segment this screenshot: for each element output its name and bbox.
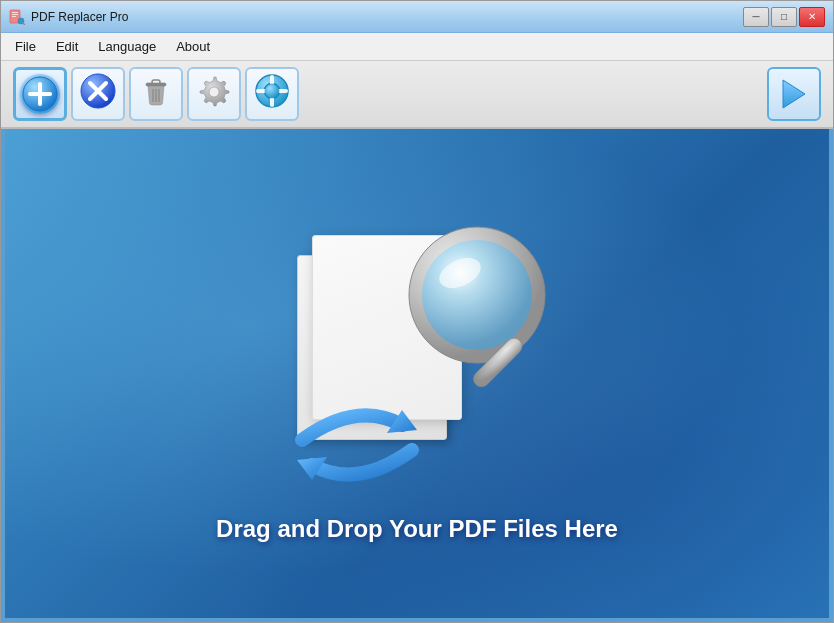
drop-zone[interactable]: Drag and Drop Your PDF Files Here (1, 129, 833, 622)
magnifier-icon (392, 215, 567, 390)
gear-icon (196, 73, 232, 116)
svg-marker-25 (783, 80, 805, 108)
app-illustration (277, 205, 557, 485)
window-title: PDF Replacer Pro (31, 10, 128, 24)
menu-about[interactable]: About (166, 35, 220, 58)
app-icon (9, 9, 25, 25)
menu-edit[interactable]: Edit (46, 35, 88, 58)
lifebuoy-icon (254, 73, 290, 116)
svg-rect-3 (12, 16, 16, 17)
toolbar (1, 61, 833, 129)
refresh-arrows (287, 395, 427, 495)
main-window: PDF Replacer Pro ─ □ ✕ File Edit Languag… (0, 0, 834, 623)
title-bar: PDF Replacer Pro ─ □ ✕ (1, 1, 833, 33)
drop-zone-content: Drag and Drop Your PDF Files Here (216, 205, 618, 543)
settings-button[interactable] (187, 67, 241, 121)
drop-zone-label: Drag and Drop Your PDF Files Here (216, 515, 618, 543)
help-button[interactable] (245, 67, 299, 121)
add-icon (20, 74, 60, 114)
maximize-button[interactable]: □ (771, 7, 797, 27)
minimize-button[interactable]: ─ (743, 7, 769, 27)
close-button[interactable]: ✕ (799, 7, 825, 27)
trash-icon (138, 73, 174, 116)
cancel-button[interactable] (71, 67, 125, 121)
svg-rect-13 (152, 80, 160, 84)
delete-button[interactable] (129, 67, 183, 121)
arrow-right-icon (779, 76, 809, 112)
title-bar-controls: ─ □ ✕ (743, 7, 825, 27)
menu-bar: File Edit Language About (1, 33, 833, 61)
title-bar-left: PDF Replacer Pro (9, 9, 128, 25)
svg-point-29 (422, 240, 532, 350)
svg-point-24 (265, 84, 279, 98)
svg-rect-2 (12, 14, 18, 15)
svg-rect-1 (12, 12, 18, 13)
toolbar-left (13, 67, 299, 121)
add-button[interactable] (13, 67, 67, 121)
menu-file[interactable]: File (5, 35, 46, 58)
cancel-icon (80, 73, 116, 116)
menu-language[interactable]: Language (88, 35, 166, 58)
svg-line-5 (23, 23, 24, 24)
next-button[interactable] (767, 67, 821, 121)
svg-point-17 (209, 87, 219, 97)
